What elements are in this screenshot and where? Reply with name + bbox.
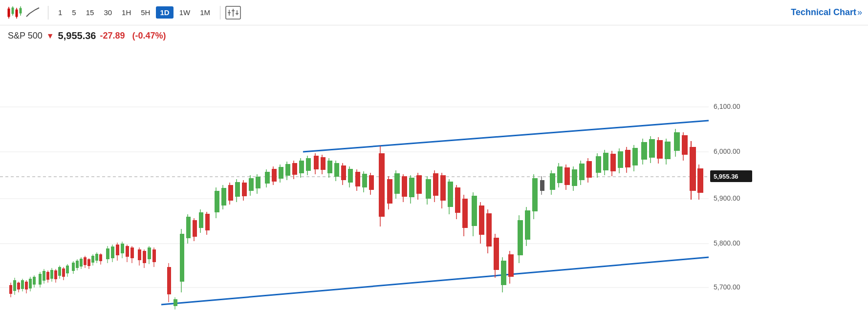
svg-rect-108 <box>215 191 219 212</box>
svg-text:5,800.00: 5,800.00 <box>714 239 740 247</box>
toolbar-divider-2 <box>220 6 220 20</box>
svg-rect-142 <box>334 163 339 177</box>
svg-rect-132 <box>299 161 304 173</box>
svg-rect-44 <box>43 271 45 281</box>
svg-rect-202 <box>564 167 570 185</box>
svg-rect-198 <box>550 173 555 190</box>
timeframe-btn-1w[interactable]: 1W <box>175 6 195 19</box>
timeframe-selector: 1515301H5H1D1W1M <box>53 6 215 19</box>
svg-rect-192 <box>525 210 530 240</box>
timeframe-btn-30[interactable]: 30 <box>100 6 116 19</box>
svg-rect-124 <box>272 169 277 182</box>
svg-rect-182 <box>486 213 492 247</box>
current-price: 5,955.36 <box>58 30 96 41</box>
svg-rect-56 <box>66 266 69 273</box>
svg-rect-80 <box>121 244 124 253</box>
svg-rect-222 <box>641 142 647 160</box>
svg-rect-48 <box>50 270 53 279</box>
svg-rect-140 <box>327 161 332 173</box>
svg-rect-74 <box>106 248 109 259</box>
technical-chart-label[interactable]: Technical Chart <box>791 7 856 18</box>
svg-text:5,955.36: 5,955.36 <box>714 173 738 180</box>
timeframe-btn-1m[interactable]: 1M <box>196 6 214 19</box>
svg-rect-200 <box>557 166 563 183</box>
svg-rect-150 <box>362 174 367 187</box>
svg-rect-52 <box>58 267 61 276</box>
candlestick-chart-icon[interactable] <box>6 5 23 21</box>
svg-text:6,000.00: 6,000.00 <box>714 147 740 155</box>
svg-rect-0 <box>8 9 10 17</box>
timeframe-btn-1[interactable]: 1 <box>54 6 66 19</box>
svg-rect-164 <box>416 175 422 194</box>
technical-chart-chevron[interactable]: » <box>857 7 862 18</box>
svg-rect-126 <box>279 167 283 179</box>
svg-rect-42 <box>39 274 42 285</box>
svg-rect-226 <box>657 140 663 159</box>
price-info-bar: S&P 500 ▼ 5,955.36 -27.89 (-0.47%) <box>0 25 868 43</box>
toolbar-divider-1 <box>48 6 48 20</box>
svg-rect-212 <box>603 153 608 170</box>
svg-rect-46 <box>46 272 49 280</box>
svg-rect-3 <box>12 8 14 14</box>
svg-rect-194 <box>532 178 538 211</box>
svg-rect-66 <box>87 259 90 266</box>
svg-rect-134 <box>306 158 311 171</box>
svg-rect-174 <box>455 187 460 213</box>
timeframe-btn-1h[interactable]: 1H <box>118 6 135 19</box>
svg-rect-104 <box>199 212 203 228</box>
svg-line-25 <box>303 121 709 152</box>
svg-rect-160 <box>402 176 407 197</box>
svg-rect-32 <box>17 283 20 289</box>
svg-rect-184 <box>494 238 499 270</box>
svg-rect-90 <box>148 247 151 259</box>
svg-rect-100 <box>186 217 191 238</box>
svg-rect-122 <box>265 172 270 184</box>
svg-rect-176 <box>462 199 468 228</box>
svg-rect-208 <box>586 161 592 178</box>
svg-rect-54 <box>62 268 65 277</box>
svg-rect-64 <box>84 257 87 265</box>
svg-rect-72 <box>99 254 102 261</box>
svg-rect-76 <box>111 247 114 258</box>
svg-rect-138 <box>321 157 326 170</box>
timeframe-btn-5[interactable]: 5 <box>68 6 80 19</box>
line-chart-icon[interactable] <box>25 6 41 20</box>
timeframe-btn-5h[interactable]: 5H <box>137 6 154 19</box>
svg-rect-190 <box>518 220 523 255</box>
svg-rect-116 <box>242 183 247 196</box>
svg-rect-110 <box>221 188 226 206</box>
svg-rect-136 <box>314 156 319 169</box>
svg-rect-120 <box>256 177 260 188</box>
svg-rect-30 <box>13 280 16 291</box>
svg-rect-34 <box>21 280 24 289</box>
svg-text:5,900.00: 5,900.00 <box>714 194 740 202</box>
svg-rect-166 <box>426 179 431 199</box>
svg-rect-82 <box>126 246 129 257</box>
svg-rect-62 <box>80 259 83 267</box>
svg-rect-88 <box>143 251 146 263</box>
svg-rect-216 <box>618 151 623 168</box>
svg-rect-96 <box>174 299 177 306</box>
chart-svg: 6,100.00 6,000.00 5,900.00 5,800.00 5,70… <box>0 43 868 329</box>
svg-rect-236 <box>697 168 703 193</box>
indicator-icon[interactable] <box>225 6 241 20</box>
svg-rect-158 <box>394 173 400 194</box>
svg-rect-102 <box>193 220 197 237</box>
svg-rect-9 <box>20 8 22 13</box>
timeframe-btn-15[interactable]: 15 <box>82 6 98 19</box>
chart-container: 6,100.00 6,000.00 5,900.00 5,800.00 5,70… <box>0 43 868 329</box>
svg-text:6,100.00: 6,100.00 <box>714 103 740 110</box>
price-change: -27.89 (-0.47%) <box>100 31 166 41</box>
svg-rect-188 <box>508 254 514 277</box>
svg-rect-58 <box>72 263 75 271</box>
svg-rect-118 <box>249 178 254 191</box>
svg-rect-172 <box>448 182 453 207</box>
svg-rect-220 <box>632 148 638 165</box>
svg-rect-154 <box>379 153 385 217</box>
svg-rect-112 <box>228 185 233 201</box>
svg-rect-196 <box>540 180 544 191</box>
timeframe-btn-1d[interactable]: 1D <box>156 6 173 19</box>
svg-rect-130 <box>292 163 297 175</box>
svg-rect-180 <box>479 206 484 235</box>
svg-rect-204 <box>572 169 577 186</box>
